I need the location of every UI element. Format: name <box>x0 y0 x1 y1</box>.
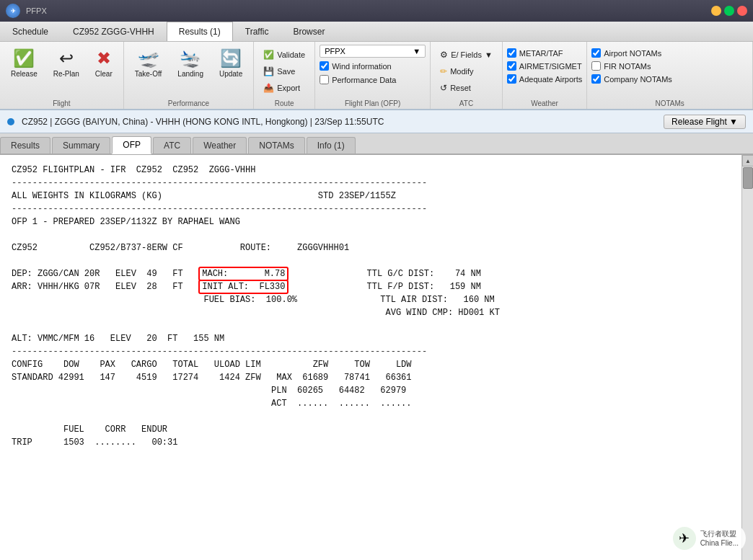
maximize-btn[interactable] <box>724 6 734 16</box>
pfpx-dropdown[interactable]: PFPX ▼ <box>320 45 426 58</box>
title-bar: ✈ PFPX <box>0 0 753 22</box>
release-flight-button[interactable]: Release Flight ▼ <box>664 115 746 129</box>
menu-results[interactable]: Results (1) <box>167 22 233 41</box>
landing-icon: 🛬 <box>180 48 201 68</box>
ofp-line-2: ALL WEIGHTS IN KILOGRAMS (KG) STD 23SEP/… <box>12 190 730 203</box>
pfpx-label: PFPX <box>325 47 345 55</box>
config-data: STANDARD 42991 147 4519 17274 1424 ZFW M… <box>12 371 730 384</box>
company-notams-checkbox[interactable]: Company NOTAMs <box>591 74 748 84</box>
tab-info[interactable]: Info (1) <box>307 137 356 154</box>
modify-icon: ✏ <box>440 66 447 76</box>
ofp-line-4: CZ952 CZ952/B737-8ERW CF ROUTE: ZGGGVHHH… <box>12 241 730 254</box>
ribbon-group-route: ✅ Validate 💾 Save 📤 Export Route <box>254 42 315 109</box>
validate-button[interactable]: ✅ Validate <box>258 48 310 62</box>
route-group-label: Route <box>258 98 310 107</box>
performance-group-label: Performance <box>128 98 249 107</box>
tab-results[interactable]: Results <box>0 137 50 154</box>
menu-schedule[interactable]: Schedule <box>0 22 61 41</box>
tab-weather[interactable]: Weather <box>193 137 247 154</box>
ofp-content: CZ952 FLIGHTPLAN - IFR CZ952 CZ952 ZGGG-… <box>0 155 741 560</box>
clear-button[interactable]: ✖ Clear <box>89 45 119 98</box>
watermark-icon: ✈ <box>673 527 696 550</box>
menu-browser[interactable]: Browser <box>281 22 337 41</box>
release-label: Release <box>11 70 38 78</box>
tabs-bar: Results Summary OFP ATC Weather NOTAMs I… <box>0 133 753 155</box>
tab-notams[interactable]: NOTAMs <box>248 137 304 154</box>
reset-icon: ↺ <box>440 83 447 93</box>
menu-bar: Schedule CZ952 ZGGG-VHHH Results (1) Tra… <box>0 22 753 42</box>
export-label: Export <box>277 84 300 92</box>
watermark-text: 飞行者联盟 China Flie... <box>700 529 739 548</box>
takeoff-button[interactable]: 🛫 Take-Off <box>128 45 169 98</box>
release-icon: ✅ <box>13 48 35 68</box>
config-header: CONFIG DOW PAX CARGO TOTAL ULOAD LIM ZFW… <box>12 358 730 371</box>
status-dot <box>7 118 14 125</box>
close-btn[interactable] <box>737 6 747 16</box>
scroll-up-arrow[interactable]: ▲ <box>742 155 753 166</box>
adequate-airports-checkbox[interactable]: Adequate Airports <box>507 74 582 84</box>
tab-ofp[interactable]: OFP <box>112 136 151 154</box>
metar-taf-checkbox[interactable]: METAR/TAF <box>507 48 582 58</box>
ribbon-group-atc: ⚙ E/ Fields ▼ ✏ Modify ↺ Reset ATC <box>431 42 503 109</box>
wind-info-checkbox[interactable]: Wind information <box>320 61 426 71</box>
tab-atc[interactable]: ATC <box>153 137 191 154</box>
fields-icon: ⚙ <box>440 50 448 60</box>
update-button[interactable]: 🔄 Update <box>213 45 249 98</box>
takeoff-icon: 🛫 <box>138 48 159 68</box>
perf-data-checkbox[interactable]: Performance Data <box>320 74 426 85</box>
ofp-dashes-2: ----------------------------------------… <box>12 203 730 215</box>
config-act: ACT ...... ...... ...... <box>12 397 730 410</box>
atc-group-label: ATC <box>435 98 498 107</box>
validate-label: Validate <box>277 50 305 59</box>
ribbon-group-performance: 🛫 Take-Off 🛬 Landing 🔄 Update Performanc… <box>124 42 254 109</box>
replan-label: Re-Plan <box>53 70 79 78</box>
notams-group-label: NOTAMs <box>591 98 748 107</box>
ofp-dashes-3: ----------------------------------------… <box>12 345 730 358</box>
menu-flight[interactable]: CZ952 ZGGG-VHHH <box>61 22 167 41</box>
save-button[interactable]: 💾 Save <box>258 64 310 79</box>
ribbon-group-weather: METAR/TAF AIRMET/SIGMET Adequate Airport… <box>503 42 587 109</box>
tab-summary[interactable]: Summary <box>52 137 110 154</box>
modify-label: Modify <box>450 67 473 76</box>
clear-icon: ✖ <box>97 48 111 68</box>
ribbon-group-ofp: PFPX ▼ Wind information Performance Data… <box>315 42 431 109</box>
ofp-line-3: OFP 1 - PREPARED 23SEP/1132Z BY RAPHAEL … <box>12 215 730 228</box>
airport-notams-checkbox[interactable]: Airport NOTAMs <box>591 48 748 58</box>
update-label: Update <box>219 70 242 78</box>
flight-group-label: Flight <box>4 98 119 107</box>
ribbon-group-flight: ✅ Release ↩ Re-Plan ✖ Clear Flight <box>0 42 124 109</box>
save-icon: 💾 <box>263 66 274 76</box>
weather-group-label: Weather <box>507 98 582 107</box>
watermark: ✈ 飞行者联盟 China Flie... <box>666 524 746 553</box>
ofp-group-label: Flight Plan (OFP) <box>320 98 426 107</box>
modify-button[interactable]: ✏ Modify <box>435 64 498 79</box>
fields-label: E/ Fields <box>451 50 482 59</box>
clear-label: Clear <box>95 70 113 78</box>
ofp-dashes-1: ----------------------------------------… <box>12 177 730 190</box>
ribbon: ✅ Release ↩ Re-Plan ✖ Clear Flight 🛫 Tak… <box>0 42 753 110</box>
scroll-thumb[interactable] <box>743 167 753 189</box>
dep-arr-block: DEP: ZGGG/CAN 20R ELEV 49 FT MACH: M.78 … <box>12 267 730 319</box>
landing-button[interactable]: 🛬 Landing <box>171 45 210 98</box>
minimize-btn[interactable] <box>711 6 721 16</box>
trip-line: TRIP 1503 ........ 00:31 <box>12 436 730 449</box>
airmet-sigmet-checkbox[interactable]: AIRMET/SIGMET <box>507 61 582 71</box>
replan-icon: ↩ <box>59 48 74 68</box>
landing-label: Landing <box>177 70 203 78</box>
alt-line: ALT: VMMC/MFM 16 ELEV 20 FT 155 NM <box>12 332 730 345</box>
config-pln: PLN 60265 64482 62979 <box>12 384 730 397</box>
fields-button[interactable]: ⚙ E/ Fields ▼ <box>435 48 498 62</box>
reset-button[interactable]: ↺ Reset <box>435 81 498 95</box>
takeoff-label: Take-Off <box>135 70 162 78</box>
replan-button[interactable]: ↩ Re-Plan <box>47 45 86 98</box>
export-button[interactable]: 📤 Export <box>258 81 310 95</box>
fir-notams-checkbox[interactable]: FIR NOTAMs <box>591 61 748 71</box>
release-button[interactable]: ✅ Release <box>4 45 44 98</box>
app-title: PFPX <box>26 6 47 15</box>
reset-label: Reset <box>450 84 471 92</box>
info-bar: CZ952 | ZGGG (BAIYUN, China) - VHHH (HON… <box>0 110 753 133</box>
scrollbar[interactable]: ▲ <box>741 155 753 560</box>
main-content: CZ952 FLIGHTPLAN - IFR CZ952 CZ952 ZGGG-… <box>0 155 753 560</box>
menu-traffic[interactable]: Traffic <box>233 22 281 41</box>
ribbon-group-notams: Airport NOTAMs FIR NOTAMs Company NOTAMs… <box>587 42 753 109</box>
